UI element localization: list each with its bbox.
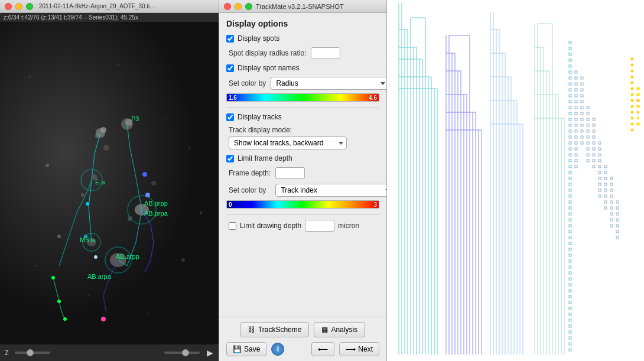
close-button[interactable] — [5, 3, 12, 10]
spots-color-gradient: 1.6 4.6 — [226, 93, 379, 102]
svg-point-3 — [165, 118, 167, 119]
svg-rect-245 — [569, 195, 571, 197]
svg-rect-270 — [569, 343, 571, 345]
z-slider[interactable] — [15, 352, 50, 354]
limit-drawing-depth-checkbox[interactable] — [229, 222, 236, 230]
minimize-button-center[interactable] — [235, 3, 242, 10]
svg-rect-187 — [599, 154, 601, 156]
trackmate-title: TrackMate v3.2.1-SNAPSHOT — [256, 3, 344, 10]
info-button[interactable]: i — [271, 343, 284, 356]
maximize-button[interactable] — [26, 3, 33, 10]
svg-rect-240 — [569, 165, 571, 168]
svg-rect-268 — [569, 331, 571, 333]
svg-rect-147 — [575, 130, 577, 132]
drawing-depth-input[interactable]: 10.0 — [305, 220, 334, 232]
frame-depth-input[interactable]: 20 — [275, 167, 305, 179]
svg-rect-269 — [569, 337, 571, 339]
display-spot-names-row: Display spot names — [226, 64, 379, 72]
limit-frame-depth-label[interactable]: Limit frame depth — [238, 154, 292, 162]
next-button[interactable]: ⟶ Next — [339, 342, 379, 356]
svg-rect-206 — [610, 195, 613, 197]
color-by-tracks-select[interactable]: Track index Quality Mean intensity Ch1 — [275, 184, 386, 197]
spot-radius-input[interactable]: 1 — [311, 47, 340, 59]
svg-rect-227 — [569, 89, 571, 91]
svg-rect-238 — [569, 154, 571, 156]
maximize-button-center[interactable] — [245, 3, 252, 10]
prev-button[interactable]: ⟵ — [311, 342, 334, 356]
display-spots-checkbox[interactable] — [226, 35, 234, 43]
svg-rect-203 — [610, 177, 613, 180]
svg-point-124 — [631, 58, 634, 61]
svg-point-120 — [636, 105, 640, 108]
svg-point-131 — [631, 99, 634, 102]
t-slider[interactable] — [164, 352, 200, 354]
svg-rect-137 — [575, 71, 577, 73]
svg-rect-149 — [575, 142, 577, 144]
svg-rect-209 — [610, 213, 613, 215]
options-heading: Display options — [226, 19, 379, 28]
image-panel: 2011-02-11A-8kHz-Argon_29_AOTF_30.ti... … — [0, 0, 219, 361]
svg-rect-139 — [575, 83, 577, 85]
svg-rect-163 — [581, 130, 583, 132]
trackscheme-button[interactable]: ⛓ TrackScheme — [240, 322, 310, 337]
svg-point-134 — [631, 117, 634, 120]
svg-point-123 — [636, 122, 640, 126]
play-button[interactable]: ▶ — [206, 349, 214, 357]
svg-rect-271 — [569, 349, 571, 351]
set-color-by-tracks-label: Set color by — [229, 186, 266, 194]
svg-rect-243 — [569, 183, 571, 186]
svg-point-11 — [103, 145, 109, 151]
svg-point-132 — [631, 105, 634, 108]
limit-frame-depth-checkbox[interactable] — [226, 155, 234, 162]
color-by-spots-select[interactable]: Radius Quality Track index — [271, 77, 386, 90]
svg-point-32 — [142, 172, 147, 177]
svg-text:AB.arpa: AB.arpa — [87, 273, 112, 280]
svg-rect-175 — [587, 160, 589, 162]
image-status-bar: z:6/34 t:42/76 (z:13/41 t:39/74 – Series… — [0, 13, 219, 22]
svg-point-135 — [631, 123, 634, 126]
svg-rect-228 — [569, 95, 571, 97]
limit-drawing-depth-label[interactable]: Limit drawing depth — [240, 222, 301, 230]
svg-rect-225 — [569, 77, 571, 79]
svg-rect-234 — [569, 130, 571, 132]
limit-frame-depth-row: Limit frame depth — [226, 154, 379, 162]
svg-point-14 — [45, 164, 49, 167]
svg-rect-167 — [587, 112, 589, 115]
svg-text:P3: P3 — [131, 115, 139, 122]
svg-rect-257 — [569, 266, 571, 268]
minimize-button[interactable] — [15, 3, 22, 10]
svg-rect-205 — [610, 189, 613, 191]
display-spot-names-checkbox[interactable] — [226, 64, 234, 72]
track-canvas — [387, 0, 644, 361]
track-display-mode-select[interactable]: Show local tracks, backward Show local t… — [229, 136, 347, 149]
gradient-tracks-min: 0 — [229, 201, 232, 209]
svg-rect-186 — [599, 148, 601, 150]
display-spots-label[interactable]: Display spots — [238, 34, 279, 43]
close-button-center[interactable] — [224, 3, 231, 10]
svg-rect-172 — [587, 142, 589, 144]
svg-rect-248 — [569, 213, 571, 215]
svg-rect-252 — [569, 236, 571, 239]
svg-point-37 — [101, 317, 106, 321]
svg-rect-254 — [569, 248, 571, 251]
save-button[interactable]: 💾 Save — [226, 342, 266, 356]
svg-point-126 — [631, 70, 634, 73]
display-spot-names-label[interactable]: Display spot names — [238, 64, 300, 72]
display-tracks-checkbox[interactable] — [226, 113, 234, 121]
svg-point-36 — [94, 255, 97, 259]
svg-rect-159 — [581, 106, 583, 109]
analysis-button[interactable]: ▦ Analysis — [314, 322, 365, 337]
spot-radius-label: Spot display radius ratio: — [229, 49, 306, 57]
svg-rect-239 — [569, 160, 571, 162]
svg-point-0 — [28, 76, 31, 78]
svg-rect-219 — [569, 41, 571, 44]
svg-rect-177 — [593, 124, 595, 126]
svg-rect-162 — [581, 124, 583, 126]
svg-rect-151 — [575, 154, 577, 156]
svg-rect-215 — [616, 219, 619, 221]
analysis-icon: ▦ — [321, 326, 328, 334]
display-tracks-row: Display tracks — [226, 113, 379, 121]
display-tracks-label[interactable]: Display tracks — [238, 113, 282, 121]
svg-rect-188 — [599, 160, 601, 162]
svg-point-12 — [81, 193, 84, 197]
